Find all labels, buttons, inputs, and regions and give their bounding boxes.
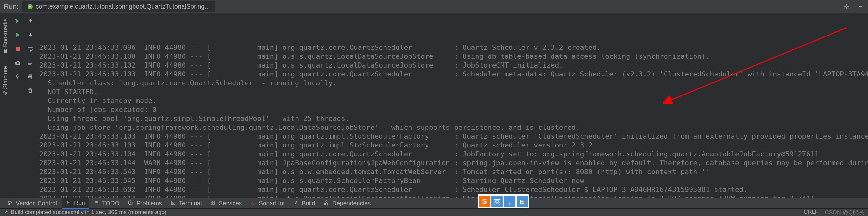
trash-icon[interactable] [26,86,35,95]
run-tool-header: Run: com.example.quartz.tutorial.springb… [0,0,868,13]
log-line: Using job-store 'org.springframework.sch… [39,123,865,132]
vc-label: Version Control [16,200,57,207]
log-line: 2023-01-21 23:46:33.545 INFO 44980 --- [… [39,177,865,185]
scroll-down-icon[interactable] [26,30,35,39]
debug-pin-icon[interactable] [13,72,22,81]
services-label: Services [219,200,242,207]
status-csdn: CSDN @Q船长 [825,209,864,216]
sonar-label: SonarLint [259,200,284,207]
rerun-button[interactable] [13,17,22,25]
log-line: 2023-01-21 23:46:33.543 INFO 44980 --- [… [39,167,865,177]
ime-logo[interactable]: S [479,196,490,207]
svg-rect-11 [29,77,32,79]
deps-icon [324,200,330,206]
run-label: Run: [4,3,18,11]
todo-label: TODO [102,200,120,207]
svg-rect-19 [211,201,212,202]
log-line: NOT STARTED. [39,87,865,97]
bottom-tool-tabs: Version Control Run TODO Problems Termin… [0,197,868,208]
log-line: 2023-01-21 23:46:33.100 INFO 44980 --- [… [39,52,865,61]
svg-point-14 [8,201,9,202]
status-crlf[interactable]: CRLF [804,209,818,216]
springboot-icon [27,4,33,9]
play-icon [66,200,71,206]
ime-toolbar[interactable]: S 英 ， ⊞ [477,194,529,208]
branch-icon [8,200,13,206]
run-tab-title: com.example.quartz.tutorial.springboot.Q… [35,3,210,10]
log-line: 2023-01-21 23:46:33.103 INFO 44980 --- [… [39,141,865,150]
left-gutter: Bookmarks Structure [0,13,11,197]
svg-rect-7 [17,61,19,62]
log-line: 2023-01-21 23:46:33.103 INFO 44980 --- [… [39,132,865,141]
run-bottom-label: Run [74,199,85,207]
ime-punct[interactable]: ， [504,196,516,207]
ime-grid[interactable]: ⊞ [517,196,528,207]
softwrap-icon[interactable] [26,45,35,53]
camera-icon[interactable] [13,58,22,67]
sonar-icon [251,200,256,206]
svg-rect-21 [211,203,212,204]
main-area: Bookmarks Structure [0,13,868,197]
terminal-tab[interactable]: Terminal [167,198,206,209]
svg-point-6 [17,62,19,64]
terminal-icon [171,200,177,206]
svg-point-1 [845,6,847,8]
run-tool-col2 [24,13,37,197]
services-icon [211,200,216,206]
svg-rect-4 [16,47,20,51]
log-line: Currently in standby mode. [39,97,865,105]
run-tab-active[interactable]: com.example.quartz.tutorial.springboot.Q… [22,1,215,12]
svg-rect-20 [213,201,214,202]
log-line: Number of jobs executed: 0 [39,105,865,114]
print-icon[interactable] [26,72,35,81]
bookmarks-tab[interactable]: Bookmarks [1,16,10,56]
log-line: Scheduler class: 'org.quartz.core.Quartz… [39,79,865,87]
log-line: 2023-01-21 23:46:33.602 INFO 44980 --- [… [39,185,865,194]
svg-point-16 [11,201,12,202]
build-tab[interactable]: Build [290,198,319,209]
run-button[interactable] [13,30,22,39]
status-bar: Build completed successfully in 1 sec, 3… [0,208,868,216]
svg-rect-3 [4,92,5,93]
build-status-msg: Build completed successfully in 1 sec, 3… [11,209,166,216]
console-output[interactable]: 2023-01-21 23:46:33.096 INFO 44980 --- [… [37,13,868,197]
deps-label: Dependencies [332,200,371,207]
structure-tab[interactable]: Structure [1,63,10,98]
svg-rect-22 [213,203,214,204]
svg-rect-18 [171,201,175,204]
warning-icon [128,200,134,206]
log-line: 2023-01-21 23:46:33.103 INFO 44980 --- [… [39,70,865,79]
log-line: 2023-01-21 23:46:33.102 INFO 44980 --- [… [39,61,865,70]
scroll-up-icon[interactable] [26,17,35,25]
ime-lang[interactable]: 英 [491,196,503,207]
log-line: Using thread pool 'org.quartz.simpl.Simp… [39,114,865,123]
log-line: 2023-01-21 23:46:33.614 INFO 44980 --- [… [39,194,865,197]
log-line: 2023-01-21 23:46:33.096 INFO 44980 --- [… [39,43,865,52]
minimize-icon[interactable] [857,3,864,10]
svg-rect-2 [6,93,7,95]
structure-label: Structure [2,66,9,89]
run-bottom-tab[interactable]: Run [62,197,89,209]
run-tool-col1 [11,13,24,197]
bookmarks-label: Bookmarks [2,19,9,47]
services-tab[interactable]: Services [207,198,246,209]
problems-label: Problems [136,200,162,207]
problems-tab[interactable]: Problems [124,198,165,209]
log-line: 2023-01-21 23:46:33.104 INFO 44980 --- [… [39,150,865,159]
gear-icon[interactable] [843,3,850,10]
svg-rect-10 [29,75,32,76]
scroll-to-end-icon[interactable] [26,58,35,67]
sonarlint-tab[interactable]: SonarLint [247,198,288,209]
build-label: Build [302,200,315,207]
todo-tab[interactable]: TODO [90,198,123,209]
svg-point-23 [326,201,327,202]
hammer-status-icon [4,209,8,216]
terminal-label: Terminal [179,200,202,207]
dependencies-tab[interactable]: Dependencies [320,198,374,209]
version-control-tab[interactable]: Version Control [4,198,61,209]
svg-point-8 [17,75,19,77]
list-icon [94,200,100,206]
stop-button[interactable] [13,45,22,53]
log-line: 2023-01-21 23:46:33.144 WARN 44980 --- [… [39,159,865,167]
hammer-icon [294,200,299,206]
